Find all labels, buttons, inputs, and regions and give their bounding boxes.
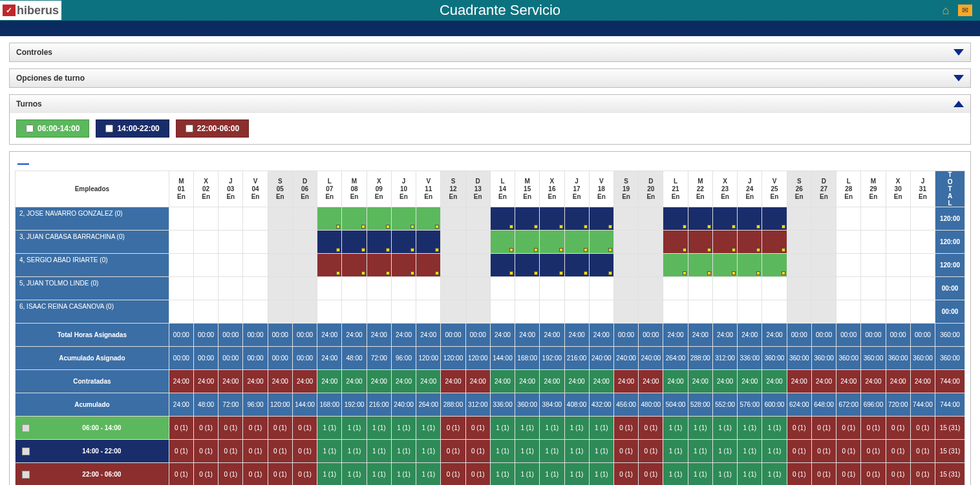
empty-cell[interactable] bbox=[910, 207, 935, 231]
empty-cell[interactable] bbox=[317, 300, 342, 324]
empty-cell[interactable] bbox=[639, 300, 663, 324]
empty-cell[interactable] bbox=[836, 254, 861, 277]
panel-turnos-header[interactable]: Turnos bbox=[10, 95, 970, 113]
shift-row-checkbox[interactable] bbox=[22, 448, 30, 455]
shift-cell[interactable] bbox=[540, 254, 564, 277]
shift-cell[interactable] bbox=[416, 254, 441, 277]
shift-cell[interactable] bbox=[688, 254, 712, 277]
empty-cell[interactable] bbox=[416, 300, 441, 324]
empty-cell[interactable] bbox=[292, 207, 317, 231]
empty-cell[interactable] bbox=[712, 300, 737, 324]
empty-cell[interactable] bbox=[416, 277, 441, 300]
empty-cell[interactable] bbox=[738, 277, 762, 300]
employee-name[interactable]: 6, ISAAC REINA CASANOVA (0) bbox=[16, 300, 169, 324]
empty-cell[interactable] bbox=[639, 231, 663, 254]
shift-cell[interactable] bbox=[367, 254, 391, 277]
empty-cell[interactable] bbox=[886, 277, 910, 300]
shift-cell[interactable] bbox=[391, 254, 416, 277]
empty-cell[interactable] bbox=[342, 277, 367, 300]
shift-cell[interactable] bbox=[367, 207, 391, 231]
empty-cell[interactable] bbox=[811, 277, 836, 300]
mail-icon[interactable]: ✉ bbox=[958, 5, 972, 16]
empty-cell[interactable] bbox=[292, 300, 317, 324]
collapse-toggle[interactable]: — bbox=[15, 157, 965, 170]
empty-cell[interactable] bbox=[218, 231, 243, 254]
shift-cell[interactable] bbox=[317, 254, 342, 277]
empty-cell[interactable] bbox=[391, 277, 416, 300]
shift-cell[interactable] bbox=[738, 231, 762, 254]
shift-cell[interactable] bbox=[515, 254, 540, 277]
empty-cell[interactable] bbox=[169, 207, 193, 231]
empty-cell[interactable] bbox=[836, 231, 861, 254]
empty-cell[interactable] bbox=[243, 254, 268, 277]
empty-cell[interactable] bbox=[194, 231, 218, 254]
empty-cell[interactable] bbox=[490, 277, 515, 300]
empty-cell[interactable] bbox=[268, 207, 292, 231]
empty-cell[interactable] bbox=[787, 207, 811, 231]
empty-cell[interactable] bbox=[762, 300, 787, 324]
empty-cell[interactable] bbox=[465, 300, 490, 324]
shift-cell[interactable] bbox=[490, 207, 515, 231]
empty-cell[interactable] bbox=[688, 277, 712, 300]
empty-cell[interactable] bbox=[540, 277, 564, 300]
empty-cell[interactable] bbox=[194, 277, 218, 300]
empty-cell[interactable] bbox=[886, 300, 910, 324]
shift-cell[interactable] bbox=[540, 207, 564, 231]
empty-cell[interactable] bbox=[218, 277, 243, 300]
empty-cell[interactable] bbox=[787, 300, 811, 324]
employee-name[interactable]: 5, JUAN TOLMO LINDE (0) bbox=[16, 277, 169, 300]
panel-opciones-header[interactable]: Opciones de turno bbox=[10, 69, 970, 87]
shift-row-checkbox[interactable] bbox=[22, 471, 30, 479]
empty-cell[interactable] bbox=[836, 300, 861, 324]
empty-cell[interactable] bbox=[194, 207, 218, 231]
empty-cell[interactable] bbox=[613, 231, 638, 254]
shift-cell[interactable] bbox=[342, 254, 367, 277]
shift-cell[interactable] bbox=[663, 207, 688, 231]
empty-cell[interactable] bbox=[268, 231, 292, 254]
empty-cell[interactable] bbox=[861, 207, 886, 231]
empty-cell[interactable] bbox=[910, 231, 935, 254]
empty-cell[interactable] bbox=[243, 231, 268, 254]
empty-cell[interactable] bbox=[886, 254, 910, 277]
empty-cell[interactable] bbox=[589, 277, 613, 300]
shift-cell[interactable] bbox=[688, 231, 712, 254]
empty-cell[interactable] bbox=[292, 254, 317, 277]
shift-count-label[interactable]: 14:00 - 22:00 bbox=[16, 440, 169, 463]
empty-cell[interactable] bbox=[564, 277, 589, 300]
empty-cell[interactable] bbox=[639, 277, 663, 300]
shift-chip-2[interactable]: 22:00-06:00 bbox=[176, 119, 249, 138]
empty-cell[interactable] bbox=[391, 300, 416, 324]
empty-cell[interactable] bbox=[738, 300, 762, 324]
empty-cell[interactable] bbox=[367, 300, 391, 324]
shift-cell[interactable] bbox=[564, 254, 589, 277]
empty-cell[interactable] bbox=[663, 300, 688, 324]
empty-cell[interactable] bbox=[861, 254, 886, 277]
shift-cell[interactable] bbox=[416, 231, 441, 254]
empty-cell[interactable] bbox=[613, 277, 638, 300]
empty-cell[interactable] bbox=[564, 300, 589, 324]
empty-cell[interactable] bbox=[169, 254, 193, 277]
shift-cell[interactable] bbox=[589, 231, 613, 254]
empty-cell[interactable] bbox=[342, 300, 367, 324]
shift-cell[interactable] bbox=[712, 231, 737, 254]
shift-cell[interactable] bbox=[762, 254, 787, 277]
empty-cell[interactable] bbox=[243, 277, 268, 300]
shift-cell[interactable] bbox=[515, 207, 540, 231]
empty-cell[interactable] bbox=[465, 277, 490, 300]
empty-cell[interactable] bbox=[712, 277, 737, 300]
empty-cell[interactable] bbox=[169, 300, 193, 324]
shift-cell[interactable] bbox=[589, 207, 613, 231]
shift-cell[interactable] bbox=[317, 207, 342, 231]
panel-controles-header[interactable]: Controles bbox=[10, 43, 970, 61]
empty-cell[interactable] bbox=[688, 300, 712, 324]
empty-cell[interactable] bbox=[787, 254, 811, 277]
empty-cell[interactable] bbox=[639, 254, 663, 277]
shift-cell[interactable] bbox=[712, 254, 737, 277]
empty-cell[interactable] bbox=[811, 254, 836, 277]
shift-cell[interactable] bbox=[762, 207, 787, 231]
shift-cell[interactable] bbox=[589, 254, 613, 277]
shift-cell[interactable] bbox=[342, 231, 367, 254]
shift-cell[interactable] bbox=[367, 231, 391, 254]
shift-chip-1[interactable]: 14:00-22:00 bbox=[96, 119, 169, 138]
empty-cell[interactable] bbox=[218, 300, 243, 324]
